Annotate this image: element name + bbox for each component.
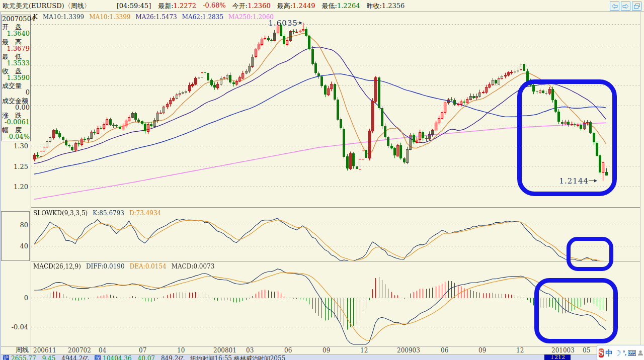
price-scale-label: 1.20: [0, 183, 28, 191]
info-label: 最 低: [2, 53, 30, 60]
info-row: 幅 度-0.04%: [2, 127, 30, 140]
indicator-name: SLOWKD(9,3,3,5): [33, 210, 88, 217]
quote-label: 最新:: [158, 2, 173, 10]
time-tick-label: 03: [246, 347, 254, 354]
clock: [04:59:45]: [117, 2, 151, 10]
ime-toolbar: S 中 ☽ °,: [597, 345, 644, 360]
annotation-box-slowkd: [567, 237, 613, 271]
indicator-value: K:85.6793: [93, 210, 124, 217]
indicator-value: MA10:1.3399: [89, 14, 130, 21]
panel-divider: [31, 207, 640, 208]
kd-scale-box: [1, 211, 30, 261]
kd-scale-label: 40: [0, 242, 28, 250]
restore-window-button[interactable]: [632, 2, 641, 11]
time-tick-label: 06: [441, 347, 448, 354]
quote-field: 最低:1.2264: [322, 2, 360, 11]
price-scale-label: 1.30: [0, 142, 28, 150]
person-icon: [637, 350, 643, 356]
indicator-name: MACD(26,12,9): [33, 263, 81, 270]
slowkd-header: SLOWKD(9,3,3,5)K:85.6793D:73.4934: [33, 210, 166, 217]
info-row: 成交金额0.00: [2, 98, 30, 111]
info-label: 成交金额: [2, 98, 30, 104]
info-value: 0.00: [2, 104, 30, 111]
info-label: 涨 跌: [2, 112, 30, 119]
quote-value: 1.2272: [174, 2, 197, 10]
info-label: 最 高: [2, 39, 30, 45]
quote-value: 1.2356: [382, 2, 405, 10]
indicator-value: DEA:0.0154: [130, 263, 167, 270]
symbol-title: 欧元美元(EURUSD)〈周线〉: [3, 2, 91, 11]
peak-price-label: 1.6035: [269, 19, 298, 28]
time-axis: [0, 346, 644, 354]
time-tick-label: 12: [516, 347, 524, 354]
left-arrow-icon: [611, 4, 618, 9]
quote-value: 1.2449: [292, 2, 315, 10]
info-row: 开 盘1.3640: [2, 24, 30, 37]
time-tick-label: 12: [360, 347, 368, 354]
time-tick-label: 06: [284, 347, 292, 354]
quote-label: 最高:: [277, 2, 292, 10]
indicator-name: K: [33, 14, 38, 21]
status-segment: 纽约时间16:55 格林威治时间2055: [190, 355, 285, 360]
indicator-value: D:73.4934: [129, 210, 161, 217]
chart-right-border: [640, 12, 640, 346]
index-icon: 深: [95, 355, 101, 360]
info-value: 0: [2, 89, 30, 96]
panel-divider: [31, 261, 640, 261]
ohlc-panel: 20070504 开 盘1.3640最 高1.3679最 低1.3533收 盘1…: [1, 15, 31, 141]
info-value: 1.3533: [2, 60, 30, 66]
quote-field: -0.68%: [203, 2, 226, 11]
time-tick-label: 200611: [33, 347, 56, 354]
keyboard-icon: [628, 350, 636, 356]
indicator-value: MA10:1.3399: [43, 14, 84, 21]
time-tick-label: 09: [323, 347, 330, 354]
indicator-value: MA26:1.5473: [136, 14, 177, 21]
period-cell: 周线: [0, 346, 31, 354]
skin-button[interactable]: [637, 350, 643, 356]
info-value: -0.0061: [2, 119, 30, 125]
status-segment: 9.45: [42, 355, 56, 360]
time-tick-label: 200801: [213, 347, 236, 354]
trough-price-label: 1.2144: [559, 176, 589, 186]
quote-label: 最低:: [322, 2, 337, 10]
info-value: 1.3590: [2, 74, 30, 81]
indicator-value: MA250:1.2060: [228, 14, 274, 21]
status-segment: 40.07: [138, 355, 155, 360]
macd-scale-label: -0.04: [0, 323, 28, 331]
time-tick-label: 200903: [397, 347, 420, 354]
title-bar: 欧元美元(EURUSD)〈周线〉 [04:59:45] 最新:1.2272-0.…: [0, 0, 644, 12]
time-tick-label: 10: [177, 347, 185, 354]
info-value: 1.3640: [2, 30, 30, 37]
price-scale-label: 1.25: [0, 163, 28, 170]
main-chart-header: KMA10:1.3399MA10:1.3399MA26:1.5473MA62:1…: [33, 14, 279, 21]
macd-scale-label: 0: [0, 294, 28, 302]
quote-label: 今开:: [232, 2, 248, 10]
back-button[interactable]: [610, 2, 619, 11]
info-row: 最 高1.3679: [2, 39, 30, 52]
macd-header: MACD(26,12,9)DIFF:0.0190DEA:0.0154MACD:0…: [33, 263, 219, 270]
forward-button[interactable]: [621, 2, 630, 11]
quote-label: 昨收:: [366, 2, 381, 10]
status-segment: 849.2亿: [161, 355, 184, 360]
lang-mode-button[interactable]: 中: [605, 348, 613, 358]
time-tick-label: 200702: [68, 347, 91, 354]
sogou-logo[interactable]: S: [599, 348, 604, 357]
trading-terminal: 欧元美元(EURUSD)〈周线〉 [04:59:45] 最新:1.2272-0.…: [0, 0, 644, 360]
right-arrow-icon: [622, 4, 629, 9]
quote-value: -0.68%: [203, 2, 226, 9]
time-tick-label: 201003: [551, 347, 575, 354]
candle-date: 20070504: [2, 16, 30, 22]
fullwidth-moon-button[interactable]: ☽: [614, 348, 621, 357]
index-icon: 沪: [3, 355, 9, 360]
info-row: 最 低1.3533: [2, 53, 30, 66]
window-controls: [610, 2, 641, 11]
status-segment: 2655.77: [11, 355, 36, 360]
restore-window-icon: [634, 4, 640, 9]
quote-field: 最新:1.2272: [158, 2, 196, 11]
quote-fields: 最新:1.2272-0.68%今开:1.2360最高:1.2449最低:1.22…: [158, 2, 411, 11]
indicator-value: DIFF:0.0190: [86, 263, 125, 270]
punctuation-button[interactable]: °,: [623, 350, 626, 356]
soft-keyboard-button[interactable]: [628, 350, 636, 356]
status-segment: 10404.36: [103, 355, 131, 360]
window-left-edge: [0, 12, 1, 360]
